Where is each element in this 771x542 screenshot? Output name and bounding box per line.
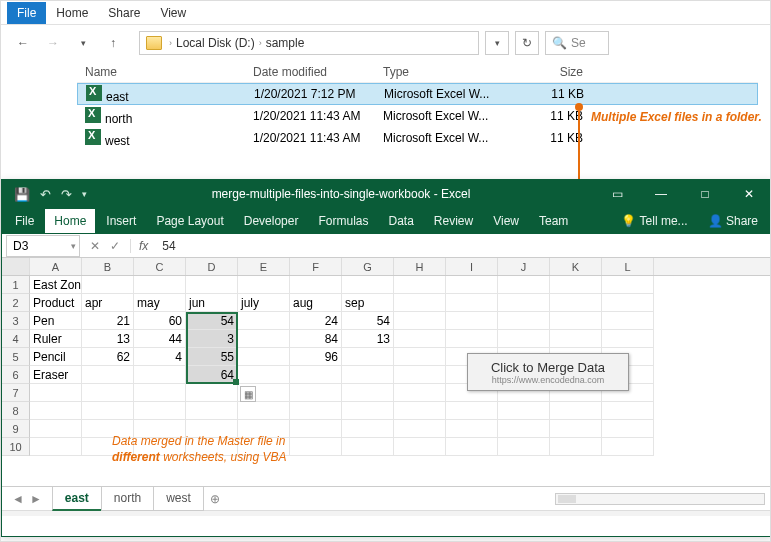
save-icon[interactable]: 💾 — [14, 187, 30, 202]
cell[interactable] — [82, 276, 134, 294]
share-button[interactable]: 👤 Share — [699, 209, 767, 233]
col-name[interactable]: Name — [77, 65, 245, 79]
cell[interactable] — [394, 366, 446, 384]
cell[interactable] — [550, 294, 602, 312]
quick-analysis-icon[interactable]: ▦ — [240, 386, 256, 402]
cell[interactable]: may — [134, 294, 186, 312]
cell[interactable] — [82, 384, 134, 402]
name-box[interactable]: D3 ▾ — [6, 235, 80, 257]
cell[interactable] — [290, 420, 342, 438]
cell[interactable] — [602, 276, 654, 294]
cell[interactable] — [238, 402, 290, 420]
cell[interactable] — [394, 312, 446, 330]
cell[interactable] — [186, 276, 238, 294]
select-all[interactable] — [2, 258, 30, 275]
formula-value[interactable]: 54 — [156, 239, 175, 253]
cell[interactable]: 64 — [186, 366, 238, 384]
cell[interactable] — [550, 312, 602, 330]
cell[interactable] — [186, 402, 238, 420]
cell[interactable] — [550, 402, 602, 420]
cell[interactable] — [290, 438, 342, 456]
file-row[interactable]: west1/20/2021 11:43 AMMicrosoft Excel W.… — [77, 127, 758, 149]
undo-icon[interactable]: ↶ — [40, 187, 51, 202]
col-header[interactable]: H — [394, 258, 446, 275]
cell[interactable] — [550, 438, 602, 456]
row-header[interactable]: 7 — [2, 384, 30, 402]
enter-icon[interactable]: ✓ — [110, 239, 120, 253]
cell[interactable] — [498, 276, 550, 294]
cell[interactable] — [446, 294, 498, 312]
cell[interactable] — [602, 402, 654, 420]
col-header[interactable]: K — [550, 258, 602, 275]
cell[interactable] — [498, 294, 550, 312]
cell[interactable] — [30, 438, 82, 456]
row-header[interactable]: 10 — [2, 438, 30, 456]
ribbon-insert[interactable]: Insert — [97, 209, 145, 233]
cell[interactable] — [498, 438, 550, 456]
ribbon-tab-view[interactable]: View — [150, 2, 196, 24]
cell[interactable] — [550, 420, 602, 438]
cell[interactable] — [602, 330, 654, 348]
col-header[interactable]: I — [446, 258, 498, 275]
redo-icon[interactable]: ↷ — [61, 187, 72, 202]
maximize-button[interactable]: □ — [683, 180, 727, 208]
cell[interactable]: aug — [290, 294, 342, 312]
cell[interactable] — [446, 402, 498, 420]
cell[interactable]: 60 — [134, 312, 186, 330]
cell[interactable] — [238, 366, 290, 384]
cell[interactable] — [290, 402, 342, 420]
cell[interactable] — [446, 330, 498, 348]
cell[interactable]: sep — [342, 294, 394, 312]
up-button[interactable]: ↑ — [99, 29, 127, 57]
cell[interactable]: 24 — [290, 312, 342, 330]
cell[interactable] — [498, 330, 550, 348]
sheet-tab-west[interactable]: west — [153, 487, 204, 511]
tell-me[interactable]: 💡 Tell me... — [612, 209, 696, 233]
ribbon-home[interactable]: Home — [45, 209, 95, 233]
breadcrumb-folder[interactable]: sample — [266, 36, 305, 50]
cell[interactable] — [342, 348, 394, 366]
cell[interactable] — [602, 420, 654, 438]
cell[interactable] — [394, 330, 446, 348]
cell[interactable] — [82, 402, 134, 420]
cell[interactable] — [602, 438, 654, 456]
cell[interactable]: 44 — [134, 330, 186, 348]
ribbon-tab-share[interactable]: Share — [98, 2, 150, 24]
cell[interactable] — [134, 366, 186, 384]
cell[interactable]: 96 — [290, 348, 342, 366]
back-button[interactable]: ← — [9, 29, 37, 57]
cell[interactable]: Ruler — [30, 330, 82, 348]
refresh-button[interactable]: ↻ — [515, 31, 539, 55]
cell[interactable]: jun — [186, 294, 238, 312]
sheet-tab-east[interactable]: east — [52, 487, 102, 511]
search-input[interactable]: 🔍 Se — [545, 31, 609, 55]
cell[interactable]: 54 — [186, 312, 238, 330]
minimize-button[interactable]: — — [639, 180, 683, 208]
cell[interactable]: 13 — [342, 330, 394, 348]
worksheet-grid[interactable]: ABCDEFGHIJKL 1East Zone2Productaprmayjun… — [2, 258, 771, 486]
ribbon-data[interactable]: Data — [379, 209, 422, 233]
cell[interactable]: apr — [82, 294, 134, 312]
cell[interactable] — [82, 366, 134, 384]
cell[interactable] — [238, 312, 290, 330]
cell[interactable] — [498, 312, 550, 330]
col-header[interactable]: D — [186, 258, 238, 275]
cell[interactable] — [290, 366, 342, 384]
col-header[interactable]: G — [342, 258, 394, 275]
col-header[interactable]: B — [82, 258, 134, 275]
cell[interactable] — [394, 438, 446, 456]
cell[interactable] — [134, 384, 186, 402]
cell[interactable] — [290, 276, 342, 294]
cell[interactable]: 84 — [290, 330, 342, 348]
recent-dropdown[interactable]: ▾ — [69, 29, 97, 57]
cell[interactable]: Product — [30, 294, 82, 312]
cell[interactable] — [602, 312, 654, 330]
cell[interactable] — [446, 276, 498, 294]
sheet-tab-north[interactable]: north — [101, 487, 154, 511]
ribbon-team[interactable]: Team — [530, 209, 577, 233]
cell[interactable] — [342, 420, 394, 438]
close-button[interactable]: ✕ — [727, 180, 771, 208]
cell[interactable] — [30, 402, 82, 420]
ribbon-formulas[interactable]: Formulas — [309, 209, 377, 233]
cell[interactable] — [238, 276, 290, 294]
